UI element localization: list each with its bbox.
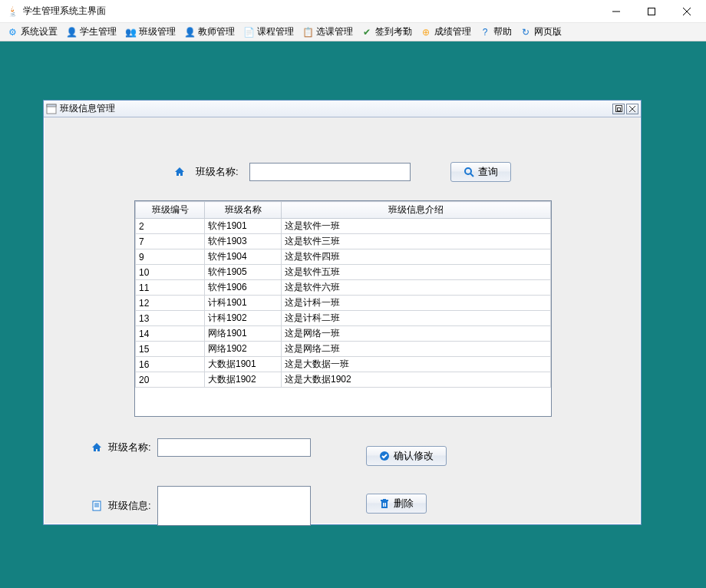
internal-window-titlebar[interactable]: 班级信息管理 [44, 101, 641, 117]
house-icon [91, 442, 102, 453]
table-cell: 这是计科一班 [282, 296, 551, 311]
table-cell: 这是大数据1902 [282, 372, 551, 388]
table-cell: 10 [136, 265, 205, 280]
svg-rect-7 [93, 501, 101, 510]
internal-close-button[interactable] [626, 104, 638, 114]
table-cell: 大数据1902 [205, 372, 282, 388]
table-cell: 网络1901 [205, 326, 282, 342]
web-icon: ↻ [520, 26, 532, 38]
internal-window-class-info: 班级信息管理 班级名称: 查询 班级编号班级名称班级信息介绍 2软件1901这是… [43, 100, 642, 525]
table-row[interactable]: 9软件1904这是软件四班 [136, 249, 551, 265]
svg-rect-2 [47, 104, 56, 107]
table-header[interactable]: 班级名称 [205, 202, 282, 219]
table-row[interactable]: 7软件1903这是软件三班 [136, 234, 551, 249]
window-titlebar: 学生管理系统主界面 [0, 0, 706, 23]
class-table-wrap: 班级编号班级名称班级信息介绍 2软件1901这是软件一班7软件1903这是软件三… [134, 200, 552, 417]
house-icon [174, 167, 185, 177]
teacher-icon: 👤 [183, 26, 196, 38]
search-label: 班级名称: [196, 165, 239, 179]
table-row[interactable]: 11软件1906这是软件六班 [136, 280, 551, 296]
edit-name-input[interactable] [157, 438, 311, 457]
table-cell: 软件1903 [205, 234, 282, 249]
menu-elective[interactable]: 📋选课管理 [299, 24, 356, 40]
edit-info-label: 班级信息: [108, 499, 151, 513]
minimize-button[interactable] [599, 0, 634, 23]
table-cell: 13 [136, 311, 205, 326]
table-cell: 这是软件四班 [282, 249, 551, 265]
svg-rect-4 [617, 108, 620, 111]
table-row[interactable]: 14网络1901这是网络一班 [136, 326, 551, 342]
menu-teacher[interactable]: 👤教师管理 [180, 24, 238, 40]
class-icon: 👥 [124, 26, 137, 38]
grade-icon: ⊕ [420, 26, 432, 38]
elective-icon: 📋 [302, 26, 314, 38]
gear-icon: ⚙ [6, 26, 18, 38]
table-cell: 这是大数据一班 [282, 357, 551, 372]
table-cell: 12 [136, 296, 205, 311]
menu-grade[interactable]: ⊕成绩管理 [417, 24, 474, 40]
table-cell: 16 [136, 357, 205, 372]
magnifier-icon [464, 167, 474, 177]
svg-rect-0 [648, 8, 655, 15]
document-icon [91, 500, 102, 511]
internal-window-body: 班级名称: 查询 班级编号班级名称班级信息介绍 2软件1901这是软件一班7软件… [44, 117, 641, 524]
window-title: 学生管理系统主界面 [23, 5, 599, 18]
table-row[interactable]: 2软件1901这是软件一班 [136, 219, 551, 234]
table-row[interactable]: 20大数据1902这是大数据1902 [136, 372, 551, 388]
table-cell: 这是软件一班 [282, 219, 551, 234]
table-cell: 这是网络二班 [282, 342, 551, 357]
edit-name-row: 班级名称: [91, 438, 311, 457]
table-cell: 计科1902 [205, 311, 282, 326]
menu-web[interactable]: ↻网页版 [516, 24, 565, 40]
help-icon: ? [479, 26, 491, 38]
table-cell: 大数据1901 [205, 357, 282, 372]
trash-icon [379, 498, 390, 509]
svg-point-5 [465, 168, 471, 174]
table-cell: 软件1901 [205, 219, 282, 234]
table-header[interactable]: 班级信息介绍 [282, 202, 551, 219]
window-icon [46, 104, 57, 114]
maximize-button[interactable] [634, 0, 669, 23]
menu-class[interactable]: 👥班级管理 [121, 24, 179, 40]
edit-info-textarea[interactable] [157, 486, 311, 526]
menu-student[interactable]: 👤学生管理 [62, 24, 120, 40]
table-cell: 15 [136, 342, 205, 357]
table-row[interactable]: 10软件1905这是软件五班 [136, 265, 551, 280]
edit-name-label: 班级名称: [108, 441, 151, 454]
search-row: 班级名称: 查询 [174, 162, 511, 182]
search-input[interactable] [249, 163, 411, 181]
table-cell: 20 [136, 372, 205, 388]
student-icon: 👤 [65, 26, 78, 38]
internal-maximize-button[interactable] [612, 104, 625, 114]
table-row[interactable]: 15网络1902这是网络二班 [136, 342, 551, 357]
table-row[interactable]: 13计科1902这是计科二班 [136, 311, 551, 326]
table-cell: 这是软件六班 [282, 280, 551, 296]
table-cell: 9 [136, 249, 205, 265]
table-cell: 7 [136, 234, 205, 249]
table-cell: 软件1906 [205, 280, 282, 296]
table-header[interactable]: 班级编号 [136, 202, 205, 219]
table-cell: 网络1902 [205, 342, 282, 357]
delete-button[interactable]: 删除 [366, 494, 427, 514]
table-cell: 2 [136, 219, 205, 234]
menu-system[interactable]: ⚙系统设置 [3, 24, 61, 40]
table-cell: 11 [136, 280, 205, 296]
confirm-edit-button[interactable]: 确认修改 [366, 446, 447, 466]
menu-help[interactable]: ?帮助 [476, 24, 515, 40]
table-cell: 这是计科二班 [282, 311, 551, 326]
menu-attendance[interactable]: ✔签到考勤 [358, 24, 415, 40]
mdi-desktop: 班级信息管理 班级名称: 查询 班级编号班级名称班级信息介绍 2软件1901这是… [0, 41, 706, 588]
menubar: ⚙系统设置 👤学生管理 👥班级管理 👤教师管理 📄课程管理 📋选课管理 ✔签到考… [0, 23, 706, 41]
table-cell: 这是软件三班 [282, 234, 551, 249]
java-icon [6, 5, 18, 18]
edit-info-row: 班级信息: [91, 486, 311, 526]
class-table[interactable]: 班级编号班级名称班级信息介绍 2软件1901这是软件一班7软件1903这是软件三… [135, 201, 551, 388]
table-row[interactable]: 16大数据1901这是大数据一班 [136, 357, 551, 372]
table-cell: 计科1901 [205, 296, 282, 311]
search-button[interactable]: 查询 [450, 162, 511, 182]
check-circle-icon [379, 451, 390, 461]
table-cell: 软件1905 [205, 265, 282, 280]
close-button[interactable] [669, 0, 704, 23]
table-row[interactable]: 12计科1901这是计科一班 [136, 296, 551, 311]
menu-course[interactable]: 📄课程管理 [239, 24, 297, 40]
